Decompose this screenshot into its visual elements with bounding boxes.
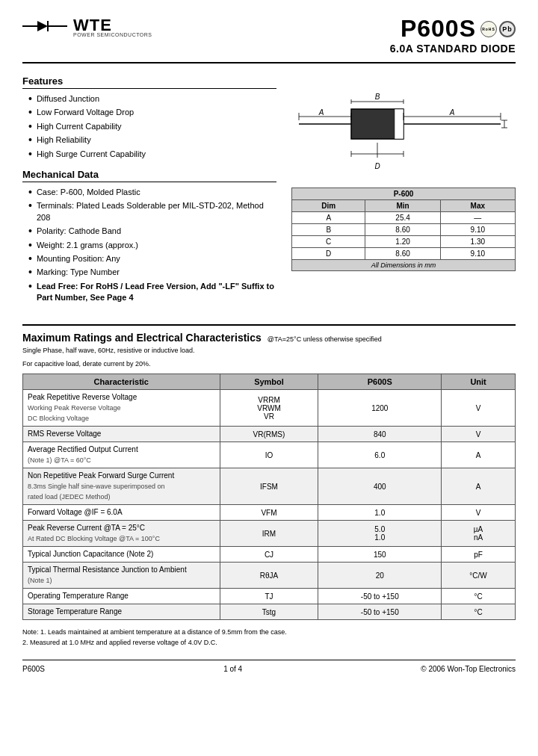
mechanical-title: Mechanical Data bbox=[22, 169, 276, 182]
feature-item-5: High Surge Current Capability bbox=[28, 149, 276, 160]
char-symbol: CJ bbox=[220, 547, 318, 563]
char-characteristic: Storage Temperature Range bbox=[23, 604, 220, 620]
company-name: WTE bbox=[73, 16, 112, 34]
footer-right: © 2006 Won-Top Electronics bbox=[421, 665, 516, 673]
left-column: Features Diffused Junction Low Forward V… bbox=[22, 75, 276, 312]
footer-notes: Note: 1. Leads maintained at ambient tem… bbox=[22, 628, 516, 648]
char-symbol: VFM bbox=[220, 505, 318, 521]
char-unit: V bbox=[442, 427, 516, 442]
feature-item-3: High Current Capability bbox=[28, 121, 276, 132]
char-table-row: RMS Reverse VoltageVR(RMS)840V bbox=[23, 427, 516, 442]
mech-item-2: Terminals: Plated Leads Solderable per M… bbox=[28, 200, 276, 223]
char-unit: °C bbox=[442, 604, 516, 620]
right-column: A B A C D bbox=[291, 75, 516, 312]
dim-table-title: P-600 bbox=[292, 188, 516, 200]
dim-table-cell: 1.30 bbox=[440, 236, 515, 248]
mech-item-6: Marking: Type Number bbox=[28, 267, 276, 278]
col-p600s: P600S bbox=[318, 374, 442, 390]
dimensions-table: P-600 Dim Min Max A25.4—B8.609.10C1.201.… bbox=[291, 188, 516, 271]
char-symbol: VRRMVRWMVR bbox=[220, 390, 318, 427]
feature-item-4: High Reliability bbox=[28, 134, 276, 146]
char-value: 5.01.0 bbox=[318, 521, 442, 547]
dim-table-cell: 9.10 bbox=[440, 248, 515, 260]
char-table-row: Peak Reverse Current @TA = 25°CAt Rated … bbox=[23, 521, 516, 547]
pb-icon: Pb bbox=[499, 21, 516, 37]
dim-header-max: Max bbox=[440, 200, 515, 212]
dim-table-footer: All Dimensions in mm bbox=[292, 260, 516, 271]
dim-table-cell: 8.60 bbox=[365, 248, 440, 260]
dim-header-min: Min bbox=[365, 200, 440, 212]
mech-item-4: Weight: 2.1 grams (approx.) bbox=[28, 240, 276, 251]
char-value: 840 bbox=[318, 427, 442, 442]
feature-item-1: Diffused Junction bbox=[28, 93, 276, 105]
char-unit: V bbox=[442, 505, 516, 521]
logo-area: WTE POWER SEMICONDUCTORS bbox=[22, 15, 152, 37]
char-table-row: Forward Voltage @IF = 6.0AVFM1.0V bbox=[23, 505, 516, 521]
company-subtitle: POWER SEMICONDUCTORS bbox=[73, 32, 152, 37]
char-characteristic: RMS Reverse Voltage bbox=[23, 427, 220, 442]
char-table-row: Operating Temperature RangeTJ-50 to +150… bbox=[23, 589, 516, 604]
svg-marker-1 bbox=[37, 21, 48, 31]
char-table-row: Non Repetitive Peak Forward Surge Curren… bbox=[23, 468, 516, 505]
dim-table-cell: — bbox=[440, 212, 515, 224]
svg-text:B: B bbox=[375, 93, 380, 101]
char-unit: A bbox=[442, 442, 516, 468]
dim-table-cell: C bbox=[292, 236, 365, 248]
char-value: 1200 bbox=[318, 390, 442, 427]
char-symbol: TJ bbox=[220, 589, 318, 604]
dim-header-dim: Dim bbox=[292, 200, 365, 212]
char-value: 20 bbox=[318, 563, 442, 589]
char-unit: A bbox=[442, 468, 516, 505]
char-table-row: Peak Repetitive Reverse VoltageWorking P… bbox=[23, 390, 516, 427]
ratings-note1: Single Phase, half wave, 60Hz, resistive… bbox=[22, 347, 516, 354]
char-table-row: Storage Temperature RangeTstg-50 to +150… bbox=[23, 604, 516, 620]
package-diagram: A B A C D bbox=[291, 83, 508, 180]
char-value: 6.0 bbox=[318, 442, 442, 468]
char-table-body: Peak Repetitive Reverse VoltageWorking P… bbox=[23, 390, 516, 620]
char-characteristic: Typical Junction Capacitance (Note 2) bbox=[23, 547, 220, 563]
char-value: -50 to +150 bbox=[318, 604, 442, 620]
char-value: -50 to +150 bbox=[318, 589, 442, 604]
dim-table-cell: 8.60 bbox=[365, 224, 440, 236]
dim-table-cell: A bbox=[292, 212, 365, 224]
char-symbol: IO bbox=[220, 442, 318, 468]
char-symbol: IRM bbox=[220, 521, 318, 547]
dim-table-cell: 25.4 bbox=[365, 212, 440, 224]
dim-table-cell: B bbox=[292, 224, 365, 236]
char-value: 400 bbox=[318, 468, 442, 505]
mech-item-3: Polarity: Cathode Band bbox=[28, 226, 276, 237]
char-symbol: VR(RMS) bbox=[220, 427, 318, 442]
char-unit: °C bbox=[442, 589, 516, 604]
char-unit: pF bbox=[442, 547, 516, 563]
features-title: Features bbox=[22, 75, 276, 89]
footer-left: P600S bbox=[22, 665, 45, 673]
mechanical-section: Mechanical Data Case: P-600, Molded Plas… bbox=[22, 169, 276, 304]
rohs-icon: RoHS bbox=[480, 21, 497, 37]
dim-table-cell: 9.10 bbox=[440, 224, 515, 236]
dim-table-cell: 1.20 bbox=[365, 236, 440, 248]
features-mechanical-section: Features Diffused Junction Low Forward V… bbox=[22, 75, 516, 312]
char-characteristic: Peak Reverse Current @TA = 25°CAt Rated … bbox=[23, 521, 220, 547]
char-value: 1.0 bbox=[318, 505, 442, 521]
col-symbol: Symbol bbox=[220, 374, 318, 390]
rohs-badge: RoHS Pb bbox=[480, 21, 516, 37]
char-characteristic: Non Repetitive Peak Forward Surge Curren… bbox=[23, 468, 220, 505]
ratings-title: Maximum Ratings and Electrical Character… bbox=[22, 332, 262, 344]
dim-table-row: D8.609.10 bbox=[292, 248, 516, 260]
page-header: WTE POWER SEMICONDUCTORS P600S RoHS Pb 6… bbox=[22, 15, 516, 63]
svg-text:A: A bbox=[449, 108, 455, 117]
features-list: Diffused Junction Low Forward Voltage Dr… bbox=[22, 93, 276, 160]
diode-logo bbox=[22, 15, 67, 37]
product-number-row: P600S RoHS Pb bbox=[390, 15, 516, 43]
dim-table-cell: D bbox=[292, 248, 365, 260]
char-table-row: Average Rectified Output Current(Note 1)… bbox=[23, 442, 516, 468]
svg-text:D: D bbox=[374, 162, 380, 170]
footer-note1: Note: 1. Leads maintained at ambient tem… bbox=[22, 628, 516, 638]
ratings-title-row: Maximum Ratings and Electrical Character… bbox=[22, 332, 516, 344]
footer-center: 1 of 4 bbox=[223, 665, 242, 673]
footer-note2: 2. Measured at 1.0 MHz and applied rever… bbox=[22, 638, 516, 648]
ratings-subtitle: @TA=25°C unless otherwise specified bbox=[268, 335, 382, 343]
col-characteristic: Characteristic bbox=[23, 374, 220, 390]
dim-table-row: B8.609.10 bbox=[292, 224, 516, 236]
char-characteristic: Operating Temperature Range bbox=[23, 589, 220, 604]
